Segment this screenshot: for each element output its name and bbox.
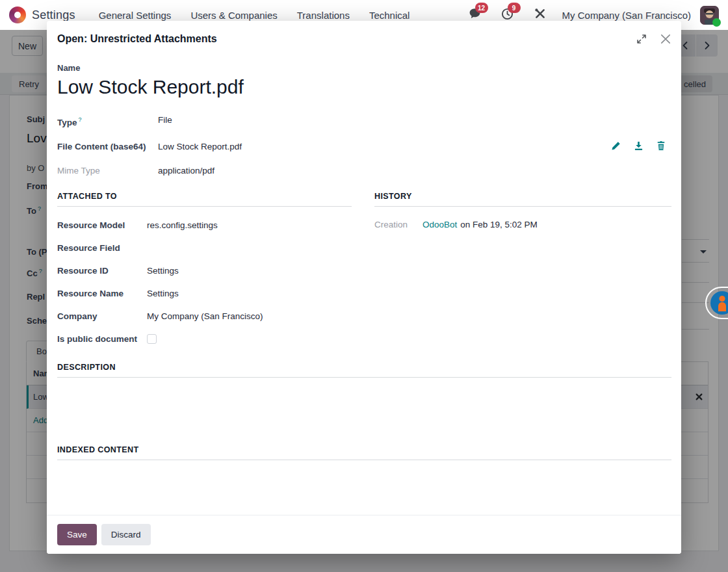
is-public-label: Is public document <box>57 333 147 344</box>
edit-file-button[interactable] <box>610 141 621 151</box>
type-help-mark: ? <box>79 116 82 123</box>
resource-id-label: Resource ID <box>57 265 147 276</box>
company-row: Company My Company (San Francisco) <box>57 311 352 322</box>
download-file-button[interactable] <box>633 141 644 151</box>
user-company-menu[interactable]: My Company (San Francisco) <box>562 10 691 21</box>
resource-id-row: Resource ID Settings <box>57 265 352 276</box>
download-icon <box>634 141 644 151</box>
close-icon <box>660 33 671 45</box>
creation-time: on Feb 19, 5:02 PM <box>460 220 538 229</box>
pencil-icon <box>611 141 621 151</box>
resource-name-label: Resource Name <box>57 288 147 299</box>
accessibility-person-icon <box>710 291 728 315</box>
file-content-value[interactable]: Low Stock Report.pdf <box>158 141 242 152</box>
discard-button[interactable]: Discard <box>101 524 151 545</box>
is-public-row: Is public document <box>57 333 352 344</box>
menu-users-companies[interactable]: Users & Companies <box>190 10 277 21</box>
online-status-dot <box>712 18 721 27</box>
name-field-label: Name <box>57 63 671 73</box>
company-value[interactable]: My Company (San Francisco) <box>147 311 263 322</box>
indexed-content-field[interactable] <box>57 460 671 473</box>
description-section: DESCRIPTION <box>57 363 671 445</box>
resource-model-value[interactable]: res.config.settings <box>147 220 218 231</box>
mime-type-field-row: Mime Type application/pdf <box>57 165 671 176</box>
resource-id-value[interactable]: Settings <box>147 265 179 276</box>
attached-to-title: ATTACHED TO <box>57 192 352 207</box>
type-field-row: Type? File <box>57 114 671 128</box>
close-dialog-button[interactable] <box>660 33 671 45</box>
mime-type-label: Mime Type <box>57 165 158 176</box>
menu-technical[interactable]: Technical <box>369 10 410 21</box>
dialog-body: Name Low Stock Report.pdf Type? File Fil… <box>47 54 681 473</box>
company-label: Company <box>57 311 147 322</box>
resource-name-value: Settings <box>147 288 179 299</box>
resource-field-row: Resource Field <box>57 242 352 254</box>
dialog-title: Open: Unrestricted Attachments <box>57 33 217 45</box>
indexed-content-title: INDEXED CONTENT <box>57 445 671 460</box>
dialog-footer: Save Discard <box>47 515 681 554</box>
resource-model-label: Resource Model <box>57 220 147 231</box>
expand-dialog-button[interactable] <box>636 33 647 45</box>
delete-file-button[interactable] <box>656 141 666 151</box>
menu-translations[interactable]: Translations <box>297 10 350 21</box>
activities-count-badge: 9 <box>508 3 521 13</box>
save-button[interactable]: Save <box>57 524 97 545</box>
creation-row: Creation OdooBot on Feb 19, 5:02 PM <box>374 220 671 229</box>
is-public-checkbox[interactable] <box>147 334 157 344</box>
description-field[interactable] <box>57 378 671 445</box>
resource-field-label: Resource Field <box>57 242 147 254</box>
indexed-content-section: INDEXED CONTENT <box>57 445 671 473</box>
messages-count-badge: 12 <box>475 3 488 13</box>
description-title: DESCRIPTION <box>57 363 671 378</box>
dialog-header: Open: Unrestricted Attachments <box>47 21 681 54</box>
file-content-label: File Content (base64) <box>57 141 158 152</box>
attached-to-section: ATTACHED TO Resource Model res.config.se… <box>57 192 352 344</box>
trash-icon <box>656 141 666 151</box>
resource-name-row: Resource Name Settings <box>57 288 352 299</box>
menu-general-settings[interactable]: General Settings <box>99 10 172 21</box>
user-avatar[interactable] <box>700 6 719 25</box>
mime-type-value: application/pdf <box>158 165 214 176</box>
odoo-logo-icon[interactable] <box>9 6 26 23</box>
attachment-name-field[interactable]: Low Stock Report.pdf <box>57 75 671 99</box>
history-title: HISTORY <box>374 192 671 207</box>
tools-icon <box>534 8 546 22</box>
resource-model-row: Resource Model res.config.settings <box>57 220 352 231</box>
history-section: HISTORY Creation OdooBot on Feb 19, 5:02… <box>374 192 671 344</box>
app-name[interactable]: Settings <box>32 8 75 22</box>
odoobot-user-link[interactable]: OdooBot <box>422 220 457 229</box>
creation-label: Creation <box>374 220 422 229</box>
type-label: Type? <box>57 114 158 128</box>
type-value[interactable]: File <box>158 114 172 125</box>
file-content-field-row: File Content (base64) Low Stock Report.p… <box>57 141 671 152</box>
expand-icon <box>636 34 647 44</box>
attachment-dialog: Open: Unrestricted Attachments Name Low … <box>47 21 681 554</box>
app-menu: General Settings Users & Companies Trans… <box>99 10 410 21</box>
